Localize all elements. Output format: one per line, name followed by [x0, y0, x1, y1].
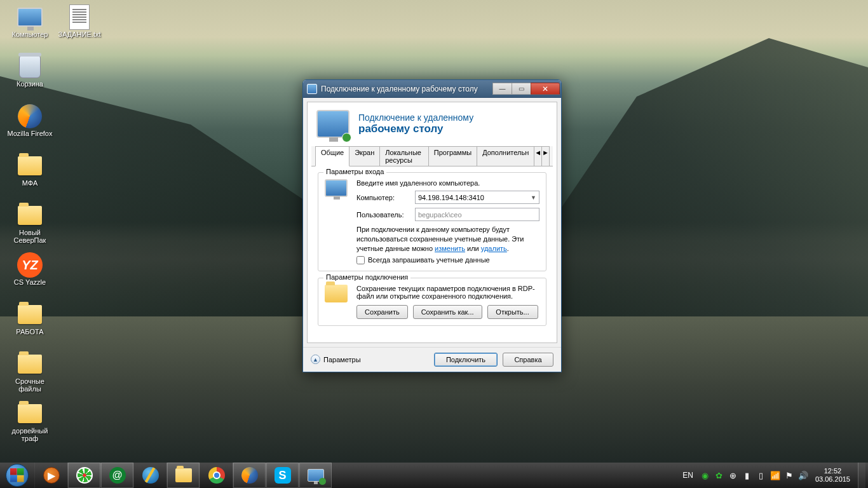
recycle-bin-icon — [19, 55, 41, 78]
tray-action-center-icon[interactable]: ⚑ — [783, 470, 795, 481]
start-button[interactable] — [0, 463, 34, 488]
always-ask-input[interactable] — [356, 256, 365, 264]
minimize-button[interactable]: — — [492, 83, 512, 95]
group-login-title: Параметры входа — [323, 168, 386, 175]
taskbar-ie[interactable] — [133, 463, 166, 488]
computer-label: Компьютер: — [356, 194, 410, 201]
skype-icon: S — [275, 467, 291, 484]
maximize-button[interactable]: ▭ — [512, 83, 531, 95]
folder-icon — [18, 404, 42, 423]
desktop-icon-srochnye[interactable]: Срочные файлы — [5, 351, 55, 396]
connection-desc: Сохранение текущих параметров подключени… — [356, 285, 539, 300]
window-body: Подключение к удаленному рабочему столу … — [307, 102, 557, 343]
always-ask-checkbox[interactable]: Всегда запрашивать учетные данные — [356, 256, 539, 264]
desktop-icon-recycle-bin[interactable]: Корзина — [5, 53, 55, 99]
firefox-icon — [241, 467, 258, 484]
help-button[interactable]: Справка — [503, 353, 553, 367]
desktop[interactable]: Компьютер Корзина Mozilla Firefox МФА Но… — [0, 0, 868, 463]
tray-volume-icon[interactable]: 🔊 — [797, 470, 809, 481]
tab-scroll-right[interactable]: ► — [541, 146, 550, 166]
taskbar-firefox[interactable] — [233, 463, 266, 488]
windows-logo-icon — [6, 464, 29, 487]
tab-local-resources[interactable]: Локальные ресурсы — [379, 146, 429, 166]
rdp-window[interactable]: Подключение к удаленному рабочему столу … — [302, 79, 562, 372]
language-indicator[interactable]: EN — [677, 471, 698, 480]
credentials-note: При подключении к данному компьютеру буд… — [356, 225, 539, 254]
taskbar-explorer[interactable] — [166, 463, 200, 488]
computer-icon — [325, 179, 348, 197]
link-change-credentials[interactable]: изменить — [435, 245, 465, 252]
user-field[interactable]: begupack\ceo — [415, 208, 539, 221]
tab-panel-general: Параметры входа Введите имя удаленного к… — [311, 166, 553, 339]
desktop-icons: Компьютер Корзина Mozilla Firefox МФА Но… — [5, 4, 113, 461]
tab-programs[interactable]: Программы — [428, 146, 477, 166]
group-connection: Параметры подключения Сохранение текущих… — [318, 278, 546, 326]
user-label: Пользователь: — [356, 211, 410, 219]
chevron-down-icon: ▼ — [531, 194, 536, 201]
rdp-icon — [308, 469, 324, 482]
folder-icon — [325, 285, 348, 302]
icq-icon — [76, 467, 93, 484]
icon-label: Компьютер — [12, 30, 48, 38]
desktop-icon-computer[interactable]: Компьютер — [5, 4, 55, 50]
clock-time: 12:52 — [815, 467, 850, 475]
taskbar[interactable]: ▶ @ S EN ◉ ✿ ⊕ ▮ ▯ 📶 ⚑ 🔊 12:52 03.06.201… — [0, 463, 868, 488]
wallpaper-mountain — [538, 38, 868, 330]
tray-signal-icon[interactable]: 📶 — [770, 470, 781, 481]
clock-date: 03.06.2015 — [815, 475, 850, 484]
desktop-icon-severpak[interactable]: Новый СеверПак — [5, 202, 55, 248]
taskbar-chrome[interactable] — [200, 463, 233, 488]
taskbar-app-green[interactable]: @ — [100, 463, 133, 488]
computer-value: 94.198.194.148:3410 — [418, 194, 484, 201]
header-line1: Подключение к удаленному — [358, 112, 473, 123]
desktop-icon-zadanie[interactable]: ЗАДАНИЕ.txt — [55, 4, 104, 50]
icon-label: CS Yazzle — [14, 278, 46, 286]
titlebar[interactable]: Подключение к удаленному рабочему столу … — [303, 80, 561, 98]
icon-label: Корзина — [17, 80, 43, 88]
show-desktop-button[interactable] — [858, 463, 865, 488]
taskbar-icq[interactable] — [67, 463, 100, 488]
tray-network-icon[interactable]: ▯ — [756, 470, 767, 481]
group-connection-title: Параметры подключения — [323, 273, 410, 281]
ie-icon — [142, 467, 159, 484]
tab-advanced[interactable]: Дополнительн — [477, 146, 534, 166]
link-delete-credentials[interactable]: удалить — [481, 245, 507, 252]
tab-screen[interactable]: Экран — [349, 146, 380, 166]
desktop-icon-dorveyny[interactable]: дорвейный траф — [5, 400, 55, 446]
computer-combo[interactable]: 94.198.194.148:3410 ▼ — [415, 191, 539, 204]
desktop-icon-mfa[interactable]: МФА — [5, 152, 55, 198]
system-tray: EN ◉ ✿ ⊕ ▮ ▯ 📶 ⚑ 🔊 12:52 03.06.2015 — [677, 463, 868, 488]
firefox-icon — [18, 104, 42, 128]
icon-label: ЗАДАНИЕ.txt — [58, 30, 101, 38]
folder-icon — [18, 156, 42, 175]
desktop-icon-yazzle[interactable]: YZ CS Yazzle — [5, 252, 55, 297]
save-as-button[interactable]: Сохранить как... — [413, 305, 482, 319]
folder-icon — [18, 206, 42, 225]
header-banner: Подключение к удаленному рабочему столу — [308, 102, 557, 146]
tab-general[interactable]: Общие — [315, 146, 349, 166]
taskbar-wmp[interactable]: ▶ — [34, 463, 67, 488]
tray-icq-icon[interactable]: ✿ — [714, 470, 725, 481]
desktop-icon-rabota[interactable]: РАБОТА — [5, 301, 55, 347]
folder-icon — [18, 355, 42, 374]
save-button[interactable]: Сохранить — [356, 305, 408, 319]
icon-label: Новый СеверПак — [6, 229, 54, 244]
tray-app-icon[interactable]: ◉ — [700, 470, 711, 481]
taskbar-rdp[interactable] — [299, 463, 332, 488]
desktop-icon-firefox[interactable]: Mozilla Firefox — [5, 103, 55, 149]
window-title: Подключение к удаленному рабочему столу — [321, 85, 492, 93]
icon-label: МФА — [22, 179, 38, 187]
chrome-icon — [208, 467, 225, 484]
taskbar-items: ▶ @ S — [34, 463, 332, 488]
text-file-icon — [69, 4, 90, 30]
taskbar-skype[interactable]: S — [266, 463, 299, 488]
taskbar-clock[interactable]: 12:52 03.06.2015 — [810, 467, 855, 484]
options-toggle[interactable]: ▲ Параметры — [311, 355, 434, 364]
tray-messenger-icon[interactable]: ⊕ — [728, 470, 739, 481]
open-button[interactable]: Открыть... — [487, 305, 538, 319]
yazzle-icon: YZ — [17, 252, 43, 278]
close-button[interactable]: ✕ — [531, 83, 560, 95]
media-player-icon: ▶ — [43, 467, 60, 484]
connect-button[interactable]: Подключить — [434, 353, 498, 367]
tray-battery-icon[interactable]: ▮ — [742, 470, 753, 481]
